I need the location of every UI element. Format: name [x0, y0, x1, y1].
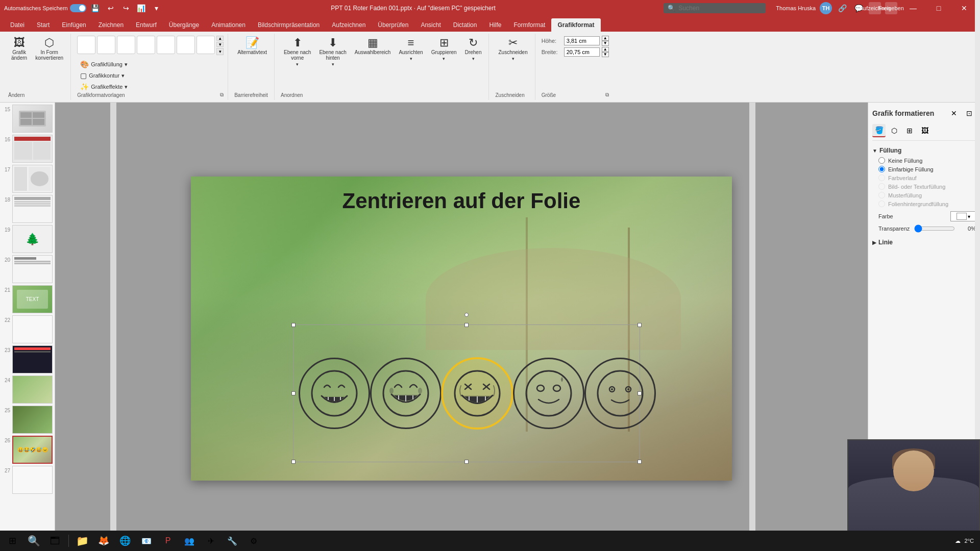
- auswahlbereich-button[interactable]: ▦ Auswahlbereich: [352, 36, 394, 57]
- tab-grafikformat[interactable]: Grafikformat: [551, 18, 600, 32]
- shape-preset-5[interactable]: [157, 36, 175, 54]
- tab-dictation[interactable]: Dictation: [447, 18, 483, 32]
- keine-fuellung-radio[interactable]: [878, 157, 885, 164]
- handle-top-right[interactable]: [638, 323, 642, 327]
- handle-mid-left[interactable]: [291, 391, 296, 395]
- tab-datei[interactable]: Datei: [4, 18, 31, 32]
- right-scroll[interactable]: [749, 103, 755, 551]
- emoji-2[interactable]: [370, 358, 442, 429]
- preset-down[interactable]: ▼: [216, 42, 224, 47]
- slide-img-17[interactable]: [12, 165, 53, 193]
- taskbar-chrome-button[interactable]: 🌐: [115, 531, 135, 551]
- slide-img-24[interactable]: [12, 375, 53, 404]
- shape-preset-3[interactable]: [117, 36, 135, 54]
- einfarbig-option[interactable]: Einfarbige Füllung: [878, 165, 976, 173]
- maximize-button[interactable]: □: [927, 0, 950, 16]
- panel-icon-fill[interactable]: 🪣: [872, 124, 886, 137]
- tab-animationen[interactable]: Animationen: [205, 18, 252, 32]
- taskbar-search-button[interactable]: 🔍: [23, 531, 44, 551]
- preset-more[interactable]: ▾: [216, 48, 224, 55]
- tab-ueberpruefen[interactable]: Überprüfen: [372, 18, 414, 32]
- tab-entwurf[interactable]: Entwurf: [130, 18, 163, 32]
- emoji-3[interactable]: [442, 358, 513, 429]
- keine-fuellung-option[interactable]: Keine Füllung: [878, 156, 976, 165]
- tab-hilfe[interactable]: Hilfe: [483, 18, 507, 32]
- ebene-vorne-button[interactable]: ⬆ Ebene nachvorne ▾: [281, 36, 314, 68]
- slide-img-23[interactable]: [12, 345, 53, 373]
- slide-thumb-25[interactable]: 25: [2, 406, 53, 434]
- gruppieren-button[interactable]: ⊞ Gruppieren ▾: [428, 36, 460, 63]
- slide-img-15[interactable]: [12, 105, 53, 133]
- muster-option[interactable]: Musterfüllung: [878, 191, 976, 199]
- tab-einfuegen[interactable]: Einfügen: [56, 18, 92, 32]
- left-scroll[interactable]: [110, 103, 116, 551]
- handle-bottom-left[interactable]: [291, 460, 296, 464]
- slide-img-20[interactable]: [12, 255, 53, 283]
- redo-icon[interactable]: ↪: [120, 2, 132, 14]
- slide-thumb-18[interactable]: 18: [2, 195, 53, 223]
- grafik-aendern-button[interactable]: 🖼 Grafikändern: [8, 36, 30, 62]
- width-up[interactable]: ▲: [602, 47, 609, 52]
- einfarbig-radio[interactable]: [878, 166, 885, 172]
- minimize-button[interactable]: —: [901, 0, 925, 16]
- slide-thumb-23[interactable]: 23: [2, 345, 53, 373]
- taskbar-explorer-button[interactable]: 📁: [72, 531, 92, 551]
- shape-preset-2[interactable]: [97, 36, 115, 54]
- taskbar-widgets-button[interactable]: 🗔: [45, 531, 65, 551]
- slide-img-19[interactable]: 🌲: [12, 225, 53, 253]
- drehen-button[interactable]: ↻ Drehen ▾: [462, 36, 485, 63]
- panel-close-button[interactable]: ✕: [947, 107, 961, 120]
- width-down[interactable]: ▼: [602, 52, 609, 57]
- height-input[interactable]: [564, 36, 600, 45]
- tab-ansicht[interactable]: Ansicht: [414, 18, 447, 32]
- emojis-container[interactable]: [293, 324, 640, 462]
- slide-img-21[interactable]: TEXT: [12, 285, 53, 313]
- share-icon[interactable]: 🔗: [836, 2, 848, 14]
- slide-img-25[interactable]: [12, 406, 53, 434]
- height-up[interactable]: ▲: [602, 36, 609, 41]
- close-button[interactable]: ✕: [952, 0, 976, 16]
- color-swatch[interactable]: ▾: [950, 211, 976, 221]
- preset-up[interactable]: ▲: [216, 36, 224, 41]
- emoji-5[interactable]: [584, 358, 656, 429]
- slide-thumb-27[interactable]: 27: [2, 466, 53, 494]
- taskbar-firefox-button[interactable]: 🦊: [93, 531, 114, 551]
- width-input[interactable]: [564, 47, 600, 57]
- emoji-4[interactable]: [513, 358, 584, 429]
- ausrichten-button[interactable]: ≡ Ausrichten ▾: [396, 36, 426, 63]
- save-icon[interactable]: 💾: [89, 2, 102, 14]
- share-btn[interactable]: Freigeben: [885, 2, 897, 14]
- slide-img-18[interactable]: [12, 195, 53, 223]
- zuschneiden-button[interactable]: ✂ Zuschneiden ▾: [495, 36, 530, 63]
- slide-thumb-16[interactable]: 16: [2, 135, 53, 163]
- slide-thumb-21[interactable]: 21 TEXT: [2, 285, 53, 313]
- shape-preset-1[interactable]: [77, 36, 95, 54]
- slide-thumb-20[interactable]: 20: [2, 255, 53, 283]
- in-form-konvertieren-button[interactable]: ⬡ In Formkonvertieren: [32, 36, 66, 62]
- slide-thumb-17[interactable]: 17: [2, 165, 53, 193]
- slide-img-22[interactable]: [12, 315, 53, 343]
- fuellung-header[interactable]: ▼ Füllung: [872, 145, 976, 156]
- bild-option[interactable]: Bild- oder Texturfüllung: [878, 182, 976, 191]
- shape-preset-4[interactable]: [137, 36, 155, 54]
- taskbar-misc-1[interactable]: 🔧: [222, 531, 242, 551]
- emoji-1[interactable]: [299, 358, 370, 429]
- taskbar-misc-2[interactable]: ⚙: [243, 531, 264, 551]
- slide-img-16[interactable]: [12, 135, 53, 163]
- undo-icon[interactable]: ↩: [105, 2, 117, 14]
- tab-uebergaenge[interactable]: Übergänge: [163, 18, 205, 32]
- grafikfuellung-button[interactable]: 🎨 Grafikfüllung ▾: [77, 59, 131, 69]
- rotate-handle[interactable]: [464, 313, 469, 317]
- grafikkontur-button[interactable]: ▢ Grafikkontur ▾: [77, 70, 131, 81]
- tab-aufzeichnen[interactable]: Aufzeichnen: [326, 18, 372, 32]
- present-icon[interactable]: 📊: [135, 2, 148, 14]
- handle-top-center[interactable]: [464, 323, 469, 327]
- shape-preset-6[interactable]: [177, 36, 195, 54]
- tab-zeichnen[interactable]: Zeichnen: [92, 18, 130, 32]
- tab-start[interactable]: Start: [31, 18, 56, 32]
- search-input[interactable]: [678, 5, 760, 12]
- slide-thumb-26[interactable]: 26 😄😂🤣😅😐: [2, 436, 53, 464]
- taskbar-teams-button[interactable]: 👥: [179, 531, 200, 551]
- panel-icon-table[interactable]: ⊞: [903, 124, 916, 137]
- farbverlauf-option[interactable]: Farbverlauf: [878, 173, 976, 182]
